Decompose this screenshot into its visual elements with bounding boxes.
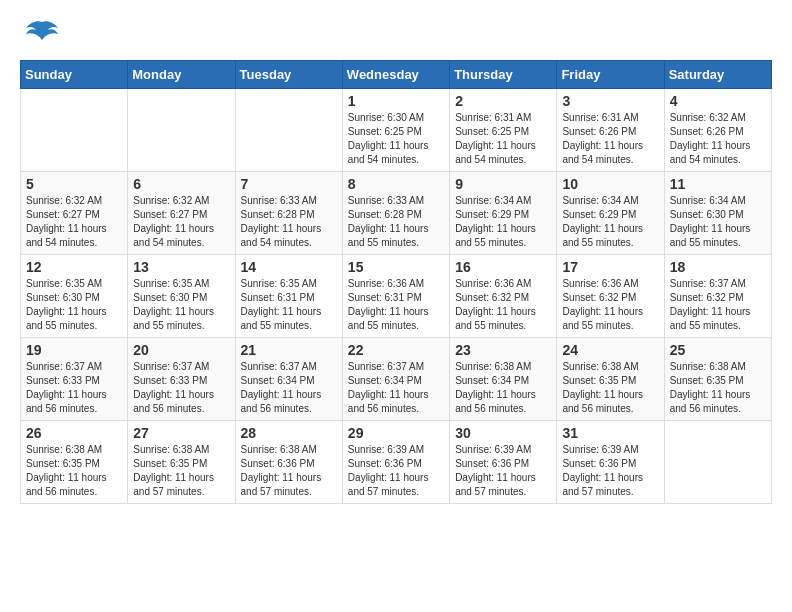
day-content: Sunrise: 6:30 AMSunset: 6:25 PMDaylight:…	[348, 111, 444, 167]
day-number: 9	[455, 176, 551, 192]
day-content: Sunrise: 6:31 AMSunset: 6:26 PMDaylight:…	[562, 111, 658, 167]
calendar-cell	[128, 89, 235, 172]
logo	[20, 20, 60, 50]
day-content: Sunrise: 6:36 AMSunset: 6:32 PMDaylight:…	[562, 277, 658, 333]
day-number: 6	[133, 176, 229, 192]
calendar-cell: 17Sunrise: 6:36 AMSunset: 6:32 PMDayligh…	[557, 255, 664, 338]
calendar-cell: 25Sunrise: 6:38 AMSunset: 6:35 PMDayligh…	[664, 338, 771, 421]
day-number: 10	[562, 176, 658, 192]
day-content: Sunrise: 6:33 AMSunset: 6:28 PMDaylight:…	[241, 194, 337, 250]
day-content: Sunrise: 6:37 AMSunset: 6:32 PMDaylight:…	[670, 277, 766, 333]
calendar-cell: 29Sunrise: 6:39 AMSunset: 6:36 PMDayligh…	[342, 421, 449, 504]
calendar-cell: 24Sunrise: 6:38 AMSunset: 6:35 PMDayligh…	[557, 338, 664, 421]
day-content: Sunrise: 6:38 AMSunset: 6:35 PMDaylight:…	[133, 443, 229, 499]
calendar-cell: 20Sunrise: 6:37 AMSunset: 6:33 PMDayligh…	[128, 338, 235, 421]
day-number: 1	[348, 93, 444, 109]
day-number: 21	[241, 342, 337, 358]
calendar-cell: 8Sunrise: 6:33 AMSunset: 6:28 PMDaylight…	[342, 172, 449, 255]
calendar-cell	[21, 89, 128, 172]
calendar-cell: 2Sunrise: 6:31 AMSunset: 6:25 PMDaylight…	[450, 89, 557, 172]
day-content: Sunrise: 6:36 AMSunset: 6:31 PMDaylight:…	[348, 277, 444, 333]
day-content: Sunrise: 6:34 AMSunset: 6:30 PMDaylight:…	[670, 194, 766, 250]
day-number: 7	[241, 176, 337, 192]
day-number: 25	[670, 342, 766, 358]
day-content: Sunrise: 6:38 AMSunset: 6:35 PMDaylight:…	[26, 443, 122, 499]
day-content: Sunrise: 6:34 AMSunset: 6:29 PMDaylight:…	[562, 194, 658, 250]
calendar-cell: 31Sunrise: 6:39 AMSunset: 6:36 PMDayligh…	[557, 421, 664, 504]
day-content: Sunrise: 6:38 AMSunset: 6:34 PMDaylight:…	[455, 360, 551, 416]
day-content: Sunrise: 6:36 AMSunset: 6:32 PMDaylight:…	[455, 277, 551, 333]
calendar-cell: 11Sunrise: 6:34 AMSunset: 6:30 PMDayligh…	[664, 172, 771, 255]
day-number: 27	[133, 425, 229, 441]
calendar-week-row: 5Sunrise: 6:32 AMSunset: 6:27 PMDaylight…	[21, 172, 772, 255]
calendar-cell: 3Sunrise: 6:31 AMSunset: 6:26 PMDaylight…	[557, 89, 664, 172]
day-number: 26	[26, 425, 122, 441]
day-number: 5	[26, 176, 122, 192]
day-content: Sunrise: 6:38 AMSunset: 6:36 PMDaylight:…	[241, 443, 337, 499]
calendar-cell: 9Sunrise: 6:34 AMSunset: 6:29 PMDaylight…	[450, 172, 557, 255]
day-number: 22	[348, 342, 444, 358]
calendar-day-header: Sunday	[21, 61, 128, 89]
calendar-cell	[664, 421, 771, 504]
calendar-cell: 19Sunrise: 6:37 AMSunset: 6:33 PMDayligh…	[21, 338, 128, 421]
day-content: Sunrise: 6:35 AMSunset: 6:31 PMDaylight:…	[241, 277, 337, 333]
calendar-cell: 13Sunrise: 6:35 AMSunset: 6:30 PMDayligh…	[128, 255, 235, 338]
day-number: 4	[670, 93, 766, 109]
calendar-header-row: SundayMondayTuesdayWednesdayThursdayFrid…	[21, 61, 772, 89]
calendar-day-header: Wednesday	[342, 61, 449, 89]
calendar-cell: 30Sunrise: 6:39 AMSunset: 6:36 PMDayligh…	[450, 421, 557, 504]
calendar-cell: 21Sunrise: 6:37 AMSunset: 6:34 PMDayligh…	[235, 338, 342, 421]
day-content: Sunrise: 6:39 AMSunset: 6:36 PMDaylight:…	[455, 443, 551, 499]
calendar-table: SundayMondayTuesdayWednesdayThursdayFrid…	[20, 60, 772, 504]
day-number: 13	[133, 259, 229, 275]
day-number: 28	[241, 425, 337, 441]
day-number: 8	[348, 176, 444, 192]
day-number: 20	[133, 342, 229, 358]
day-number: 30	[455, 425, 551, 441]
calendar-cell: 10Sunrise: 6:34 AMSunset: 6:29 PMDayligh…	[557, 172, 664, 255]
calendar-day-header: Saturday	[664, 61, 771, 89]
page-header	[20, 20, 772, 50]
day-number: 31	[562, 425, 658, 441]
calendar-cell: 1Sunrise: 6:30 AMSunset: 6:25 PMDaylight…	[342, 89, 449, 172]
day-number: 17	[562, 259, 658, 275]
calendar-day-header: Monday	[128, 61, 235, 89]
day-number: 3	[562, 93, 658, 109]
calendar-day-header: Thursday	[450, 61, 557, 89]
day-number: 29	[348, 425, 444, 441]
calendar-cell: 14Sunrise: 6:35 AMSunset: 6:31 PMDayligh…	[235, 255, 342, 338]
calendar-cell: 4Sunrise: 6:32 AMSunset: 6:26 PMDaylight…	[664, 89, 771, 172]
day-number: 14	[241, 259, 337, 275]
day-content: Sunrise: 6:34 AMSunset: 6:29 PMDaylight:…	[455, 194, 551, 250]
calendar-cell: 12Sunrise: 6:35 AMSunset: 6:30 PMDayligh…	[21, 255, 128, 338]
calendar-cell: 26Sunrise: 6:38 AMSunset: 6:35 PMDayligh…	[21, 421, 128, 504]
day-content: Sunrise: 6:33 AMSunset: 6:28 PMDaylight:…	[348, 194, 444, 250]
day-content: Sunrise: 6:32 AMSunset: 6:27 PMDaylight:…	[133, 194, 229, 250]
calendar-cell: 28Sunrise: 6:38 AMSunset: 6:36 PMDayligh…	[235, 421, 342, 504]
day-number: 23	[455, 342, 551, 358]
calendar-cell: 5Sunrise: 6:32 AMSunset: 6:27 PMDaylight…	[21, 172, 128, 255]
day-number: 12	[26, 259, 122, 275]
day-content: Sunrise: 6:37 AMSunset: 6:33 PMDaylight:…	[133, 360, 229, 416]
calendar-cell: 23Sunrise: 6:38 AMSunset: 6:34 PMDayligh…	[450, 338, 557, 421]
day-content: Sunrise: 6:37 AMSunset: 6:34 PMDaylight:…	[348, 360, 444, 416]
calendar-day-header: Tuesday	[235, 61, 342, 89]
calendar-week-row: 26Sunrise: 6:38 AMSunset: 6:35 PMDayligh…	[21, 421, 772, 504]
day-number: 24	[562, 342, 658, 358]
day-content: Sunrise: 6:35 AMSunset: 6:30 PMDaylight:…	[133, 277, 229, 333]
day-number: 16	[455, 259, 551, 275]
day-content: Sunrise: 6:38 AMSunset: 6:35 PMDaylight:…	[670, 360, 766, 416]
day-content: Sunrise: 6:37 AMSunset: 6:33 PMDaylight:…	[26, 360, 122, 416]
calendar-cell: 6Sunrise: 6:32 AMSunset: 6:27 PMDaylight…	[128, 172, 235, 255]
day-number: 2	[455, 93, 551, 109]
day-content: Sunrise: 6:37 AMSunset: 6:34 PMDaylight:…	[241, 360, 337, 416]
day-content: Sunrise: 6:31 AMSunset: 6:25 PMDaylight:…	[455, 111, 551, 167]
calendar-cell: 7Sunrise: 6:33 AMSunset: 6:28 PMDaylight…	[235, 172, 342, 255]
calendar-week-row: 12Sunrise: 6:35 AMSunset: 6:30 PMDayligh…	[21, 255, 772, 338]
day-content: Sunrise: 6:39 AMSunset: 6:36 PMDaylight:…	[562, 443, 658, 499]
day-number: 18	[670, 259, 766, 275]
day-content: Sunrise: 6:32 AMSunset: 6:26 PMDaylight:…	[670, 111, 766, 167]
calendar-day-header: Friday	[557, 61, 664, 89]
calendar-cell: 16Sunrise: 6:36 AMSunset: 6:32 PMDayligh…	[450, 255, 557, 338]
calendar-week-row: 1Sunrise: 6:30 AMSunset: 6:25 PMDaylight…	[21, 89, 772, 172]
